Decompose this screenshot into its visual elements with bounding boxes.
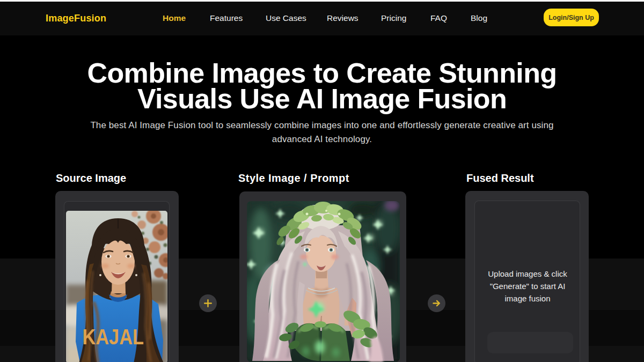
svg-text:KAJAL: KAJAL	[82, 325, 144, 349]
